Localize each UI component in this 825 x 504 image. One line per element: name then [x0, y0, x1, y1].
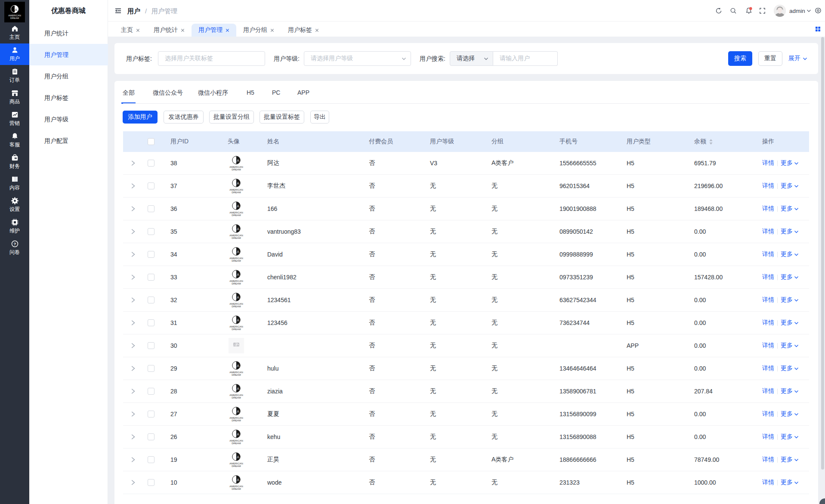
svg-text:A: A — [15, 7, 18, 12]
svg-text:?: ? — [13, 241, 16, 246]
svg-text:DREAM: DREAM — [10, 17, 19, 19]
